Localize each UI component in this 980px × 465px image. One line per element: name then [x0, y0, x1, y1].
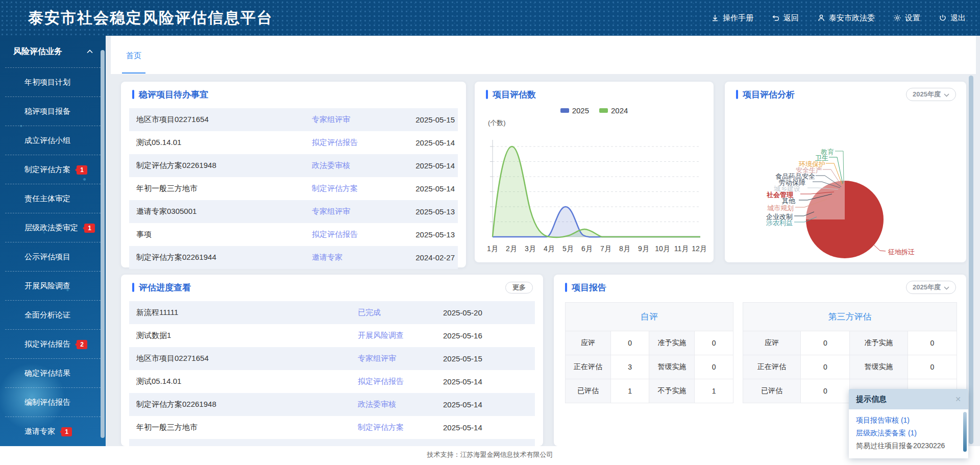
project-name: 事项	[136, 230, 312, 239]
sidebar-item-committee-review[interactable]: 层级政法委审定1	[0, 213, 106, 242]
project-name: 制定评估方案02261948	[136, 161, 312, 170]
year-select-value: 2025年度	[913, 283, 941, 292]
progress-card: 评估进度查看 更多 新流程11111已完成2025-05-20 测试数据1开展风…	[121, 275, 543, 446]
sidebar-item-form-team[interactable]: 成立评估小组	[0, 126, 106, 155]
chevron-down-icon	[944, 91, 949, 99]
user-menu[interactable]: 泰安市政法委	[817, 13, 875, 23]
pie-label[interactable]: 涉农利益	[766, 218, 793, 228]
page-scrollbar[interactable]	[969, 76, 973, 444]
progress-title-text: 评估进度查看	[139, 282, 505, 293]
power-icon	[939, 14, 947, 22]
series-2024-area	[493, 146, 700, 237]
table-cell: 0	[908, 355, 957, 379]
stage-link[interactable]: 邀请专家	[312, 253, 399, 262]
toast-link-committee-filing[interactable]: 层级政法委备案 (1)	[856, 427, 959, 439]
back-label: 返回	[783, 13, 799, 23]
sidebar-group-risk-assessment[interactable]: 风险评估业务	[0, 36, 106, 67]
stage-link[interactable]: 专家组评审	[312, 207, 399, 216]
sidebar-item-annual-plan[interactable]: 年初项目计划	[0, 67, 106, 96]
stage-link[interactable]: 专家组评审	[312, 115, 399, 125]
sidebar-item-publicize[interactable]: 公示评估项目	[0, 242, 106, 271]
stage-link[interactable]: 拟定评估报告	[312, 138, 399, 148]
stage-link[interactable]: 专家组评审	[358, 354, 441, 363]
legend-swatch-2025	[560, 108, 569, 113]
tech-support-text: 技术支持：江苏海盟金网信息技术有限公司	[427, 451, 553, 458]
tab-home[interactable]: 首页	[122, 36, 145, 74]
page-footer: 技术支持：江苏海盟金网信息技术有限公司	[0, 446, 980, 465]
row-date: 2025-05-14	[399, 161, 455, 170]
pie-label[interactable]: 征地拆迁	[888, 248, 915, 257]
svg-text:8月: 8月	[619, 244, 630, 253]
svg-text:4月: 4月	[544, 244, 555, 253]
title-bar-icon	[565, 283, 567, 292]
sidebar-item-draft-report[interactable]: 拟定评估报告2	[0, 329, 106, 358]
sidebar-scrollbar[interactable]	[101, 50, 105, 438]
sidebar-item-subject-review[interactable]: 责任主体审定	[0, 184, 106, 213]
return-icon	[772, 14, 780, 22]
sidebar-menu: 年初项目计划 稳评项目报备 成立评估小组 制定评估方案1 责任主体审定 层级政法…	[0, 67, 106, 446]
settings-label: 设置	[905, 13, 920, 23]
toast-link-report-review[interactable]: 项目报告审核 (1)	[856, 414, 959, 427]
legend-2025[interactable]: 2025	[560, 106, 589, 115]
stage-link[interactable]: 已完成	[358, 308, 441, 317]
pie-label[interactable]: 城市规划	[767, 204, 794, 213]
svg-text:1月: 1月	[487, 244, 498, 253]
evaluation-analysis-title: 项目评估分析 2025年度	[725, 82, 966, 107]
table-row: 制定评估方案02261948政法委审核2025-05-14	[129, 393, 535, 416]
chevron-up-icon	[86, 47, 93, 56]
manual-button[interactable]: 操作手册	[711, 13, 753, 23]
stage-link[interactable]: 拟定评估报告	[312, 230, 399, 239]
stage-link[interactable]: 拟定评估报告	[358, 377, 441, 386]
manual-label: 操作手册	[723, 13, 753, 23]
sidebar-item-analysis[interactable]: 全面分析论证	[0, 300, 106, 329]
settings-button[interactable]: 设置	[893, 13, 920, 23]
stage-link[interactable]: 开展风险调查	[358, 331, 441, 340]
svg-text:2月: 2月	[506, 244, 517, 253]
pie-highlight-quadrant	[806, 181, 845, 219]
row-date: 2025-05-15	[399, 115, 455, 124]
notification-toast: 提示信息 ✕ 项目报告审核 (1) 层级政法委备案 (1) 简易过往项目报备20…	[849, 389, 968, 458]
year-select[interactable]: 2025年度	[906, 281, 956, 294]
table-cell: 已评估	[566, 379, 611, 403]
sidebar-item-risk-survey[interactable]: 开展风险调查	[0, 271, 106, 300]
table-cell: 0	[801, 331, 850, 355]
project-name: 邀请专家0305001	[136, 207, 312, 216]
stage-link[interactable]: 制定评估方案	[358, 423, 441, 432]
back-button[interactable]: 返回	[772, 13, 799, 23]
sidebar-item-compile-report[interactable]: 编制评估报告	[0, 387, 106, 417]
project-name: 测试05.14.01	[136, 377, 358, 386]
more-button[interactable]: 更多	[505, 282, 533, 293]
stage-link[interactable]: 政法委审核	[358, 400, 441, 409]
logout-label: 退出	[950, 13, 966, 23]
evaluation-count-chart: 1月2月 3月4月 5月6月 7月8月 9月10月 11月12月	[480, 129, 707, 260]
legend-2024[interactable]: 2024	[599, 106, 628, 115]
sidebar-item-confirm-result[interactable]: 确定评估结果	[0, 358, 106, 387]
svg-text:9月: 9月	[638, 244, 649, 253]
logout-button[interactable]: 退出	[939, 13, 966, 23]
legend-label: 2024	[611, 106, 628, 115]
close-icon[interactable]: ✕	[955, 395, 961, 403]
stage-link[interactable]: 制定评估方案	[312, 184, 399, 193]
project-name: 年初一般三方地市	[136, 423, 358, 432]
sidebar-item-make-plan[interactable]: 制定评估方案1	[0, 155, 106, 184]
year-select-value: 2025年度	[913, 90, 941, 99]
title-bar-icon	[736, 90, 738, 99]
sidebar-item-label: 成立评估小组	[24, 136, 70, 144]
chevron-down-icon	[944, 284, 949, 291]
count-title-text: 项目评估数	[493, 89, 703, 101]
pie-chart: 教育 卫生 环境保护 安全生产 食品药品安全 劳动保障 城乡建设 社会管理 其他…	[725, 107, 966, 260]
sidebar-item-project-filing[interactable]: 稳评项目报备	[0, 96, 106, 126]
project-name: 制定评估方案02261948	[136, 400, 358, 409]
stage-link[interactable]: 政法委审核	[312, 161, 399, 170]
year-select[interactable]: 2025年度	[906, 88, 956, 101]
toast-scrollbar[interactable]	[963, 412, 967, 452]
sidebar-item-label: 层级政法委审定	[24, 223, 78, 232]
row-date: 2025-05-14	[399, 138, 455, 147]
sidebar-item-invite-expert[interactable]: 邀请专家1	[0, 417, 106, 446]
sidebar: 风险评估业务 年初项目计划 稳评项目报备 成立评估小组 制定评估方案1 责任主体…	[0, 36, 106, 446]
table-cell: 0	[610, 331, 649, 355]
todo-card-title: 稳评项目待办事宜	[121, 82, 466, 107]
project-name: 年初一般三方地市	[136, 184, 312, 193]
todo-card: 稳评项目待办事宜 地区市项目02271654专家组评审2025-05-15 测试…	[121, 82, 466, 267]
table-row: 邀请专家0305001专家组评审2025-05-13	[129, 439, 535, 446]
